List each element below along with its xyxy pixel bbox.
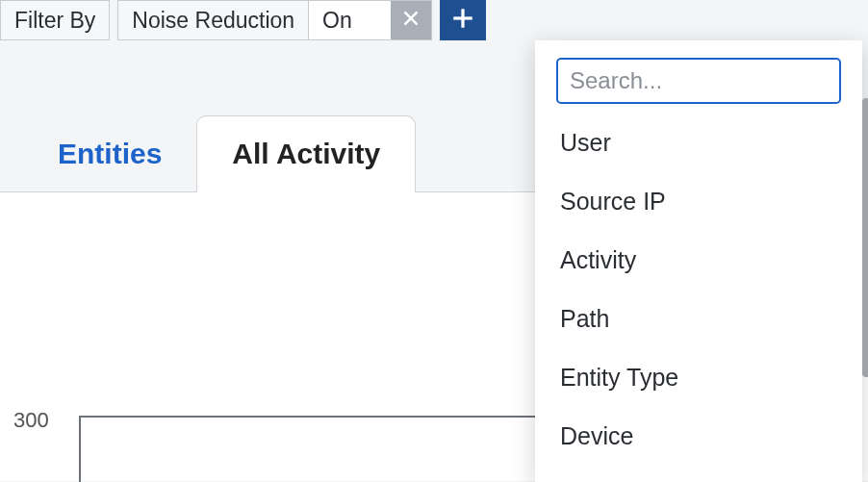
- dropdown-item-entity-type[interactable]: Entity Type: [535, 348, 862, 407]
- search-wrap: [535, 58, 862, 114]
- plus-icon: [450, 6, 475, 35]
- filter-chip-noise-reduction: Noise Reduction On: [117, 0, 431, 40]
- filter-by-chip[interactable]: Filter By: [0, 0, 110, 40]
- tab-all-activity[interactable]: All Activity: [196, 115, 416, 192]
- add-filter-button[interactable]: [440, 0, 486, 40]
- dropdown-item-source-ip[interactable]: Source IP: [535, 172, 862, 231]
- filter-chip-label[interactable]: Noise Reduction: [118, 1, 309, 39]
- close-icon: [401, 9, 421, 32]
- dropdown-item-device[interactable]: Device: [535, 407, 862, 466]
- tab-entities[interactable]: Entities: [23, 116, 196, 191]
- filter-by-label: Filter By: [14, 8, 95, 34]
- search-input[interactable]: [556, 58, 841, 104]
- dropdown-item-activity[interactable]: Activity: [535, 231, 862, 290]
- filter-bar: Filter By Noise Reduction On: [0, 0, 868, 40]
- dropdown-item-user[interactable]: User: [535, 114, 862, 172]
- filter-dropdown: User Source IP Activity Path Entity Type…: [535, 40, 862, 482]
- filter-chip-value[interactable]: On: [309, 1, 391, 39]
- filter-chip-remove[interactable]: [391, 1, 431, 39]
- dropdown-list: User Source IP Activity Path Entity Type…: [535, 114, 862, 466]
- scrollbar[interactable]: [862, 98, 868, 377]
- dropdown-item-path[interactable]: Path: [535, 290, 862, 348]
- y-axis-tick: 300: [13, 408, 49, 433]
